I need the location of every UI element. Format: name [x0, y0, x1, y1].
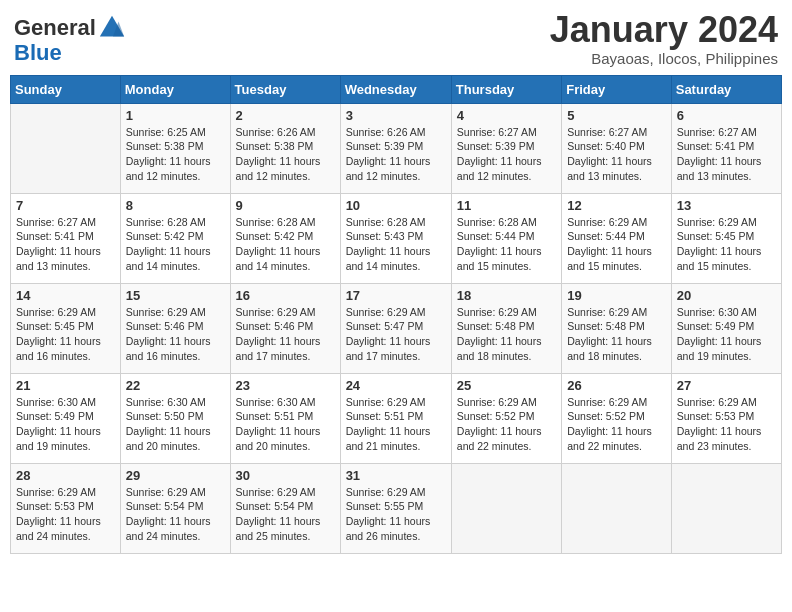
- day-info: Sunrise: 6:27 AMSunset: 5:41 PMDaylight:…: [677, 125, 776, 184]
- day-info: Sunrise: 6:25 AMSunset: 5:38 PMDaylight:…: [126, 125, 225, 184]
- calendar-body: 1Sunrise: 6:25 AMSunset: 5:38 PMDaylight…: [11, 103, 782, 553]
- day-cell: 9Sunrise: 6:28 AMSunset: 5:42 PMDaylight…: [230, 193, 340, 283]
- day-cell: 19Sunrise: 6:29 AMSunset: 5:48 PMDayligh…: [562, 283, 672, 373]
- week-row-4: 28Sunrise: 6:29 AMSunset: 5:53 PMDayligh…: [11, 463, 782, 553]
- day-number: 18: [457, 288, 556, 303]
- day-number: 2: [236, 108, 335, 123]
- day-cell: 14Sunrise: 6:29 AMSunset: 5:45 PMDayligh…: [11, 283, 121, 373]
- day-info: Sunrise: 6:27 AMSunset: 5:39 PMDaylight:…: [457, 125, 556, 184]
- weekday-sunday: Sunday: [11, 75, 121, 103]
- day-info: Sunrise: 6:30 AMSunset: 5:51 PMDaylight:…: [236, 395, 335, 454]
- day-number: 10: [346, 198, 446, 213]
- day-cell: 13Sunrise: 6:29 AMSunset: 5:45 PMDayligh…: [671, 193, 781, 283]
- day-info: Sunrise: 6:28 AMSunset: 5:42 PMDaylight:…: [236, 215, 335, 274]
- day-number: 24: [346, 378, 446, 393]
- weekday-friday: Friday: [562, 75, 672, 103]
- day-cell: 8Sunrise: 6:28 AMSunset: 5:42 PMDaylight…: [120, 193, 230, 283]
- weekday-wednesday: Wednesday: [340, 75, 451, 103]
- day-info: Sunrise: 6:29 AMSunset: 5:46 PMDaylight:…: [126, 305, 225, 364]
- day-cell: 31Sunrise: 6:29 AMSunset: 5:55 PMDayligh…: [340, 463, 451, 553]
- day-info: Sunrise: 6:26 AMSunset: 5:38 PMDaylight:…: [236, 125, 335, 184]
- day-cell: 21Sunrise: 6:30 AMSunset: 5:49 PMDayligh…: [11, 373, 121, 463]
- logo-general: General: [14, 17, 96, 39]
- day-number: 26: [567, 378, 666, 393]
- day-number: 22: [126, 378, 225, 393]
- day-info: Sunrise: 6:27 AMSunset: 5:40 PMDaylight:…: [567, 125, 666, 184]
- header: General Blue January 2024 Bayaoas, Iloco…: [10, 10, 782, 67]
- day-cell: 26Sunrise: 6:29 AMSunset: 5:52 PMDayligh…: [562, 373, 672, 463]
- day-cell: [451, 463, 561, 553]
- weekday-header-row: SundayMondayTuesdayWednesdayThursdayFrid…: [11, 75, 782, 103]
- day-info: Sunrise: 6:29 AMSunset: 5:44 PMDaylight:…: [567, 215, 666, 274]
- day-cell: 11Sunrise: 6:28 AMSunset: 5:44 PMDayligh…: [451, 193, 561, 283]
- day-info: Sunrise: 6:29 AMSunset: 5:48 PMDaylight:…: [567, 305, 666, 364]
- day-info: Sunrise: 6:29 AMSunset: 5:53 PMDaylight:…: [677, 395, 776, 454]
- day-number: 30: [236, 468, 335, 483]
- day-info: Sunrise: 6:29 AMSunset: 5:47 PMDaylight:…: [346, 305, 446, 364]
- day-cell: 5Sunrise: 6:27 AMSunset: 5:40 PMDaylight…: [562, 103, 672, 193]
- day-cell: 6Sunrise: 6:27 AMSunset: 5:41 PMDaylight…: [671, 103, 781, 193]
- week-row-0: 1Sunrise: 6:25 AMSunset: 5:38 PMDaylight…: [11, 103, 782, 193]
- day-number: 3: [346, 108, 446, 123]
- day-info: Sunrise: 6:27 AMSunset: 5:41 PMDaylight:…: [16, 215, 115, 274]
- day-cell: 27Sunrise: 6:29 AMSunset: 5:53 PMDayligh…: [671, 373, 781, 463]
- day-number: 1: [126, 108, 225, 123]
- day-number: 29: [126, 468, 225, 483]
- day-info: Sunrise: 6:29 AMSunset: 5:46 PMDaylight:…: [236, 305, 335, 364]
- day-info: Sunrise: 6:29 AMSunset: 5:55 PMDaylight:…: [346, 485, 446, 544]
- day-info: Sunrise: 6:29 AMSunset: 5:52 PMDaylight:…: [567, 395, 666, 454]
- day-cell: [671, 463, 781, 553]
- day-info: Sunrise: 6:29 AMSunset: 5:48 PMDaylight:…: [457, 305, 556, 364]
- day-number: 23: [236, 378, 335, 393]
- day-number: 14: [16, 288, 115, 303]
- day-info: Sunrise: 6:30 AMSunset: 5:49 PMDaylight:…: [677, 305, 776, 364]
- day-number: 6: [677, 108, 776, 123]
- day-number: 5: [567, 108, 666, 123]
- day-info: Sunrise: 6:30 AMSunset: 5:49 PMDaylight:…: [16, 395, 115, 454]
- day-cell: 18Sunrise: 6:29 AMSunset: 5:48 PMDayligh…: [451, 283, 561, 373]
- day-number: 9: [236, 198, 335, 213]
- day-number: 7: [16, 198, 115, 213]
- calendar-title: January 2024: [550, 10, 778, 50]
- day-number: 8: [126, 198, 225, 213]
- day-cell: 29Sunrise: 6:29 AMSunset: 5:54 PMDayligh…: [120, 463, 230, 553]
- day-cell: 12Sunrise: 6:29 AMSunset: 5:44 PMDayligh…: [562, 193, 672, 283]
- day-info: Sunrise: 6:29 AMSunset: 5:54 PMDaylight:…: [236, 485, 335, 544]
- day-cell: 15Sunrise: 6:29 AMSunset: 5:46 PMDayligh…: [120, 283, 230, 373]
- day-info: Sunrise: 6:29 AMSunset: 5:51 PMDaylight:…: [346, 395, 446, 454]
- day-info: Sunrise: 6:30 AMSunset: 5:50 PMDaylight:…: [126, 395, 225, 454]
- week-row-2: 14Sunrise: 6:29 AMSunset: 5:45 PMDayligh…: [11, 283, 782, 373]
- logo-blue: Blue: [14, 40, 62, 65]
- weekday-tuesday: Tuesday: [230, 75, 340, 103]
- day-cell: 2Sunrise: 6:26 AMSunset: 5:38 PMDaylight…: [230, 103, 340, 193]
- day-cell: 3Sunrise: 6:26 AMSunset: 5:39 PMDaylight…: [340, 103, 451, 193]
- title-area: January 2024 Bayaoas, Ilocos, Philippine…: [550, 10, 778, 67]
- day-number: 27: [677, 378, 776, 393]
- weekday-monday: Monday: [120, 75, 230, 103]
- day-info: Sunrise: 6:29 AMSunset: 5:53 PMDaylight:…: [16, 485, 115, 544]
- day-number: 12: [567, 198, 666, 213]
- day-cell: 4Sunrise: 6:27 AMSunset: 5:39 PMDaylight…: [451, 103, 561, 193]
- day-number: 31: [346, 468, 446, 483]
- day-info: Sunrise: 6:28 AMSunset: 5:44 PMDaylight:…: [457, 215, 556, 274]
- day-cell: 17Sunrise: 6:29 AMSunset: 5:47 PMDayligh…: [340, 283, 451, 373]
- week-row-1: 7Sunrise: 6:27 AMSunset: 5:41 PMDaylight…: [11, 193, 782, 283]
- day-info: Sunrise: 6:26 AMSunset: 5:39 PMDaylight:…: [346, 125, 446, 184]
- day-number: 13: [677, 198, 776, 213]
- day-cell: 16Sunrise: 6:29 AMSunset: 5:46 PMDayligh…: [230, 283, 340, 373]
- day-info: Sunrise: 6:29 AMSunset: 5:45 PMDaylight:…: [16, 305, 115, 364]
- day-info: Sunrise: 6:29 AMSunset: 5:54 PMDaylight:…: [126, 485, 225, 544]
- day-info: Sunrise: 6:29 AMSunset: 5:52 PMDaylight:…: [457, 395, 556, 454]
- day-number: 21: [16, 378, 115, 393]
- day-number: 11: [457, 198, 556, 213]
- day-cell: 7Sunrise: 6:27 AMSunset: 5:41 PMDaylight…: [11, 193, 121, 283]
- day-info: Sunrise: 6:29 AMSunset: 5:45 PMDaylight:…: [677, 215, 776, 274]
- day-number: 28: [16, 468, 115, 483]
- calendar-table: SundayMondayTuesdayWednesdayThursdayFrid…: [10, 75, 782, 554]
- day-cell: 10Sunrise: 6:28 AMSunset: 5:43 PMDayligh…: [340, 193, 451, 283]
- day-info: Sunrise: 6:28 AMSunset: 5:43 PMDaylight:…: [346, 215, 446, 274]
- day-cell: [562, 463, 672, 553]
- logo-icon: [98, 14, 126, 42]
- day-number: 16: [236, 288, 335, 303]
- day-cell: 28Sunrise: 6:29 AMSunset: 5:53 PMDayligh…: [11, 463, 121, 553]
